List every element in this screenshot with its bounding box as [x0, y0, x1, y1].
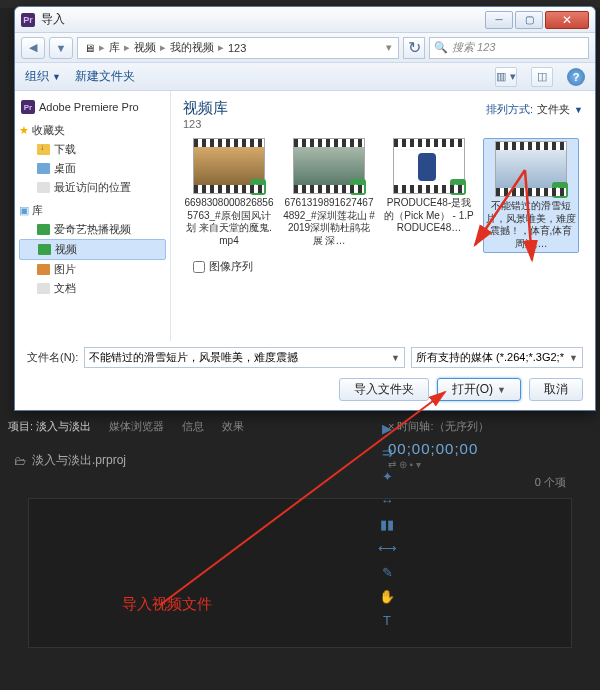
import-dialog: Pr 导入 ─ ▢ ✕ ◀ ▼ 🖥 ▸ 库▸ 视频▸ 我的视频▸ 123 ▾ ↻…: [14, 6, 596, 411]
breadcrumb-bar[interactable]: 🖥 ▸ 库▸ 视频▸ 我的视频▸ 123 ▾: [77, 37, 399, 59]
sidebar-group-favorites[interactable]: ★收藏夹: [19, 123, 166, 138]
file-thumb-selected[interactable]: ▶ 不能错过的滑雪短片，风景唯美，难度震撼！，体育,体育周边,…: [483, 138, 579, 253]
breadcrumb-item[interactable]: 视频: [134, 40, 156, 55]
project-folder-icon: 🗁: [14, 454, 26, 468]
sidebar-group-library[interactable]: ▣库: [19, 203, 166, 218]
video-badge-icon: ▶: [350, 179, 366, 195]
timeline-panel-label: × 时间轴:（无序列）: [380, 415, 580, 438]
video-badge-icon: ▶: [250, 179, 266, 195]
import-folder-button[interactable]: 导入文件夹: [339, 378, 429, 401]
library-title: 视频库: [183, 99, 228, 118]
maximize-button[interactable]: ▢: [515, 11, 543, 29]
sort-dropdown[interactable]: 排列方式: 文件夹 ▼: [486, 102, 583, 117]
annotation-text: 导入视频文件: [122, 595, 212, 614]
search-icon: 🔍: [434, 41, 448, 54]
pen-tool[interactable]: ✎: [378, 564, 396, 582]
breadcrumb-root-icon: 🖥: [84, 42, 95, 54]
type-tool[interactable]: T: [378, 612, 396, 630]
filename-label: 文件名(N):: [27, 350, 78, 365]
sidebar-item-videos[interactable]: 视频: [19, 239, 166, 260]
organize-menu[interactable]: 组织 ▼: [25, 68, 61, 85]
project-filename: 淡入与淡出.prproj: [32, 452, 126, 469]
slip-tool[interactable]: ⟷: [378, 540, 396, 558]
sidebar-item-pictures[interactable]: 图片: [19, 260, 166, 279]
dialog-title-text: 导入: [41, 11, 485, 28]
video-badge-icon: ▶: [450, 179, 466, 195]
help-icon[interactable]: ?: [567, 68, 585, 86]
file-thumb[interactable]: ▶ PRODUCE48-是我的（Pick Me） - 1.PRODUCE48…: [383, 138, 475, 253]
rate-stretch-tool[interactable]: ↔: [378, 492, 396, 510]
dialog-titlebar[interactable]: Pr 导入 ─ ▢ ✕: [15, 7, 595, 33]
breadcrumb-item[interactable]: 123: [228, 42, 246, 54]
project-bin-empty[interactable]: [28, 498, 572, 648]
image-sequence-label: 图像序列: [209, 259, 253, 274]
breadcrumb-item[interactable]: 我的视频: [170, 40, 214, 55]
search-input[interactable]: 🔍 搜索 123: [429, 37, 589, 59]
sidebar-item-recent[interactable]: 最近访问的位置: [19, 178, 166, 197]
tab-info[interactable]: 信息: [182, 419, 204, 434]
sidebar-item-documents[interactable]: 文档: [19, 279, 166, 298]
new-folder-button[interactable]: 新建文件夹: [75, 68, 135, 85]
dialog-toolbar: 组织 ▼ 新建文件夹 ▥ ▾ ◫ ?: [15, 63, 595, 91]
timeline-controls: ⇄ ⊕ ▪ ▾: [380, 459, 580, 470]
open-button[interactable]: 打开(O)▼: [437, 378, 521, 401]
filename-input[interactable]: 不能错过的滑雪短片，风景唯美，难度震撼▼: [84, 347, 405, 368]
image-sequence-checkbox[interactable]: [193, 261, 205, 273]
ripple-tool[interactable]: ✦: [378, 468, 396, 486]
tab-media-browser[interactable]: 媒体浏览器: [109, 419, 164, 434]
breadcrumb-item[interactable]: 库: [109, 40, 120, 55]
sidebar-item-iqiyi[interactable]: 爱奇艺热播视频: [19, 220, 166, 239]
sidebar-tree: PrAdobe Premiere Pro ★收藏夹 下载 桌面 最近访问的位置 …: [15, 91, 171, 341]
tab-project[interactable]: 项目: 淡入与淡出: [8, 419, 91, 434]
filetype-dropdown[interactable]: 所有支持的媒体 (*.264;*.3G2;*▼: [411, 347, 583, 368]
refresh-button[interactable]: ↻: [403, 37, 425, 59]
file-list-area: 视频库 123 排列方式: 文件夹 ▼ ▶ 669830800082685657…: [171, 91, 595, 341]
cancel-button[interactable]: 取消: [529, 378, 583, 401]
minimize-button[interactable]: ─: [485, 11, 513, 29]
premiere-app-icon: Pr: [21, 13, 35, 27]
hand-tool[interactable]: ✋: [378, 588, 396, 606]
close-button[interactable]: ✕: [545, 11, 589, 29]
view-mode-button[interactable]: ▥ ▾: [495, 67, 517, 87]
sidebar-app-item[interactable]: PrAdobe Premiere Pro: [19, 97, 166, 117]
video-badge-icon: ▶: [552, 182, 568, 198]
project-item-count: 0 个项: [14, 475, 586, 490]
sidebar-item-downloads[interactable]: 下载: [19, 140, 166, 159]
dialog-navbar: ◀ ▼ 🖥 ▸ 库▸ 视频▸ 我的视频▸ 123 ▾ ↻ 🔍 搜索 123: [15, 33, 595, 63]
file-thumb[interactable]: ▶ 66983080008268565763_#原创国风计划 来自天堂的魔鬼.m…: [183, 138, 275, 253]
file-thumb[interactable]: ▶ 67613198916274674892_#深圳莲花山 #2019深圳勒杜鹃…: [283, 138, 375, 253]
nav-back-button[interactable]: ◀: [21, 37, 45, 59]
razor-tool[interactable]: ▮▮: [378, 516, 396, 534]
preview-pane-button[interactable]: ◫: [531, 67, 553, 87]
sidebar-item-desktop[interactable]: 桌面: [19, 159, 166, 178]
nav-forward-button[interactable]: ▼: [49, 37, 73, 59]
timecode-display[interactable]: 00;00;00;00: [380, 438, 580, 459]
tab-effects[interactable]: 效果: [222, 419, 244, 434]
dialog-footer: 文件名(N): 不能错过的滑雪短片，风景唯美，难度震撼▼ 所有支持的媒体 (*.…: [15, 341, 595, 411]
library-subtitle: 123: [183, 118, 228, 130]
